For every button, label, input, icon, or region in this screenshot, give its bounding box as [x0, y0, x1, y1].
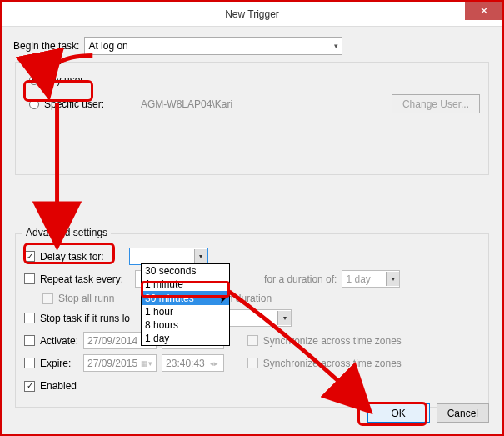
stop-if-longer-row: Stop task if it runs lo ▾	[24, 309, 480, 327]
duration-combo: 1 day ▾	[342, 270, 400, 288]
any-user-label: Any user	[44, 74, 83, 86]
list-item[interactable]: 1 hour	[142, 305, 229, 318]
delay-task-checkbox[interactable]	[24, 251, 35, 262]
begin-task-row: Begin the task: At log on ▾	[13, 37, 491, 55]
activate-sync-label: Synchronize across time zones	[263, 335, 402, 347]
repeat-task-checkbox[interactable]	[24, 273, 35, 284]
activate-sync-checkbox	[247, 335, 258, 346]
calendar-icon: ▦▾	[141, 359, 152, 368]
chevron-down-icon: ▾	[277, 311, 291, 325]
stop-all-running-frag-a: Stop all runn	[58, 293, 114, 304]
specific-user-radio-row[interactable]: Specific user: AGM-W8LAP04\Kari Change U…	[29, 94, 480, 113]
expire-time-input: 23:40:43 ◂▸	[162, 354, 224, 372]
radio-icon	[29, 75, 39, 85]
cursor-icon: ➤	[217, 291, 229, 306]
expire-date-input: 27/09/2015 ▦▾	[83, 354, 157, 372]
expire-label: Expire:	[40, 358, 83, 369]
expire-sync-label: Synchronize across time zones	[263, 358, 402, 369]
delay-task-label: Delay task for:	[40, 251, 104, 263]
list-item[interactable]: 30 seconds	[142, 264, 229, 278]
chevron-down-icon: ▾	[334, 42, 338, 50]
close-button[interactable]: ✕	[465, 2, 502, 20]
new-trigger-window: New Trigger ✕ Begin the task: At log on …	[0, 0, 504, 436]
specific-user-label: Specific user:	[44, 98, 104, 110]
delay-task-dropdown-list[interactable]: 30 seconds 1 minute 30 minutes ➤ 1 hour …	[141, 263, 230, 346]
radio-icon	[29, 99, 39, 109]
begin-task-value: At log on	[88, 40, 127, 52]
expire-row: Expire: 27/09/2015 ▦▾ 23:40:43 ◂▸ Synchr…	[24, 354, 480, 372]
delay-task-combo[interactable]: ▾	[129, 248, 208, 265]
stop-all-running-row: Stop all runn etition duration	[42, 293, 480, 304]
dialog-buttons: OK Cancel	[367, 403, 489, 423]
stop-all-running-checkbox	[42, 293, 53, 304]
stop-if-longer-combo: ▾	[227, 309, 292, 327]
list-item[interactable]: 30 minutes ➤	[142, 291, 229, 305]
repeat-task-row: Repeat task every: ▾ for a duration of: …	[24, 270, 480, 288]
stop-if-longer-checkbox[interactable]	[24, 313, 35, 323]
window-body: Begin the task: At log on ▾ Settings Any…	[2, 27, 502, 434]
settings-group: Settings Any user Specific user: AGM-W8L…	[15, 62, 489, 175]
settings-legend: Settings	[22, 55, 65, 67]
list-item[interactable]: 8 hours	[142, 318, 229, 332]
title-bar: New Trigger ✕	[2, 2, 502, 27]
chevron-down-icon: ▾	[386, 272, 399, 286]
enabled-checkbox[interactable]	[24, 381, 35, 392]
list-item[interactable]: 1 day	[142, 332, 229, 345]
activate-checkbox[interactable]	[24, 335, 35, 346]
activate-row: Activate: 27/09/2014 ▦▾ 23:40:43 ◂▸ Sync…	[24, 332, 480, 349]
duration-label: for a duration of:	[264, 273, 337, 285]
enabled-row: Enabled	[24, 380, 480, 392]
ok-button[interactable]: OK	[367, 403, 430, 423]
window-title: New Trigger	[225, 8, 279, 20]
begin-task-select[interactable]: At log on ▾	[84, 37, 342, 55]
chevron-down-icon: ▾	[194, 249, 207, 263]
stop-if-longer-label: Stop task if it runs lo	[40, 313, 130, 324]
advanced-legend: Advanced settings	[22, 227, 111, 238]
activate-label: Activate:	[40, 335, 83, 347]
begin-task-label: Begin the task:	[13, 40, 79, 52]
close-icon: ✕	[480, 5, 488, 17]
expire-checkbox[interactable]	[24, 358, 35, 368]
specific-user-value: AGM-W8LAP04\Kari	[141, 98, 392, 110]
change-user-button: Change User...	[392, 94, 480, 113]
any-user-radio-row[interactable]: Any user	[29, 74, 480, 86]
repeat-task-label: Repeat task every:	[40, 273, 123, 285]
expire-sync-checkbox	[247, 358, 258, 368]
cancel-button[interactable]: Cancel	[437, 403, 489, 423]
enabled-label: Enabled	[40, 380, 77, 392]
advanced-settings-group: Advanced settings Delay task for: ▾ Repe…	[15, 233, 489, 408]
delay-task-row: Delay task for: ▾	[24, 248, 480, 265]
list-item[interactable]: 1 minute	[142, 278, 229, 291]
spinner-icon: ◂▸	[208, 359, 220, 368]
